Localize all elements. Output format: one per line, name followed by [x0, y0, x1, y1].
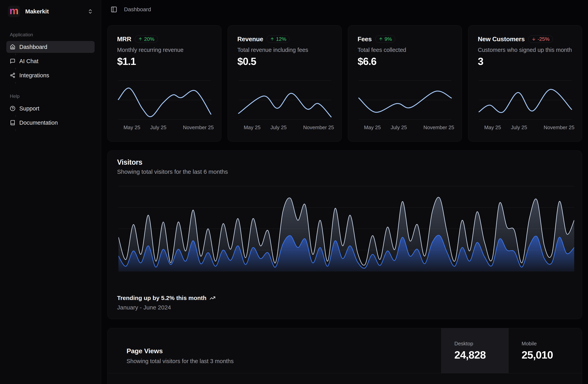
- house-icon: [10, 44, 15, 50]
- x-tick: July 25: [150, 124, 166, 131]
- x-tick: May 25: [484, 124, 501, 131]
- x-tick: July 25: [271, 124, 287, 131]
- visitors-subtitle: Showing total visitors for the last 6 mo…: [117, 168, 228, 175]
- chevrons-up-down-icon: [87, 9, 93, 14]
- sparkline-x-axis: May 25 July 25 November 25: [118, 124, 211, 131]
- sidebar-item-label: Dashboard: [19, 44, 47, 50]
- sidebar: m Makerkit Application Dashboard AI Chat…: [0, 0, 101, 384]
- share-icon: [10, 73, 15, 78]
- trend-badge-value: -25%: [538, 36, 549, 42]
- sidebar-item-ai-chat[interactable]: AI Chat: [6, 55, 95, 67]
- stat-cards-row: MRR 20% Monthly recurring revenue $1.1 M…: [107, 25, 582, 142]
- visitors-footer: Trending up by 5.2% this month: [117, 295, 215, 301]
- visitors-date-range: January - June 2024: [117, 304, 171, 311]
- stat-card-value: 3: [478, 55, 483, 67]
- chat-icon: [10, 58, 15, 64]
- stat-card-title: Revenue: [237, 36, 263, 43]
- mobile-stat-button[interactable]: Mobile 25,010: [508, 328, 582, 373]
- arrow-up-icon: [270, 37, 274, 41]
- sidebar-item-documentation[interactable]: Documentation: [6, 117, 95, 129]
- makerkit-logo-letter: m: [9, 5, 19, 16]
- stat-card-description: Total revenue including fees: [237, 47, 334, 53]
- sidebar-item-dashboard[interactable]: Dashboard: [6, 41, 95, 53]
- sparkline-chart: [238, 80, 331, 120]
- page-views-stat-toggles: Desktop 24,828 Mobile 25,010: [441, 328, 582, 373]
- stat-card-value: $1.1: [117, 55, 136, 67]
- stat-card-description: Monthly recurring revenue: [117, 47, 213, 53]
- breadcrumb: Dashboard: [124, 6, 151, 13]
- arrow-down-icon: [532, 37, 536, 41]
- stat-label: Mobile: [522, 341, 537, 347]
- makerkit-logo: m: [8, 6, 20, 17]
- stat-card-value: $0.5: [237, 55, 256, 67]
- workspace-name: Makerkit: [25, 8, 83, 15]
- sidebar-nav-help: Support Documentation: [0, 103, 101, 129]
- x-tick: May 25: [364, 124, 381, 131]
- visitors-card: Visitors Showing total visitors for the …: [107, 151, 582, 319]
- x-tick: November 25: [183, 124, 214, 131]
- stat-value: 24,828: [454, 349, 486, 361]
- sidebar-item-label: Integrations: [19, 72, 49, 79]
- stat-value: 25,010: [522, 349, 553, 361]
- sidebar-item-integrations[interactable]: Integrations: [6, 69, 95, 81]
- trending-up-icon: [210, 295, 215, 301]
- page-views-card: Page Views Showing total visitors for th…: [107, 328, 582, 384]
- sidebar-item-label: AI Chat: [19, 58, 39, 65]
- sidebar-item-label: Documentation: [19, 119, 58, 126]
- stat-card-fees: Fees 9% Total fees collected $6.6 May 25…: [348, 25, 462, 142]
- sidebar-item-label: Support: [19, 105, 40, 112]
- desktop-stat-button[interactable]: Desktop 24,828: [441, 328, 508, 373]
- sparkline-chart: [359, 80, 451, 120]
- x-tick: July 25: [391, 124, 407, 131]
- trend-badge-value: 20%: [144, 36, 154, 42]
- x-tick: November 25: [423, 124, 454, 131]
- page-views-title: Page Views: [126, 347, 233, 355]
- visitors-title: Visitors: [117, 158, 142, 166]
- trend-badge: 20%: [135, 35, 158, 43]
- stat-label: Desktop: [454, 341, 473, 347]
- visitors-trend-text: Trending up by 5.2% this month: [117, 295, 206, 301]
- trend-badge: 12%: [267, 35, 290, 43]
- trend-badge-value: 12%: [276, 36, 286, 42]
- stat-card-description: Total fees collected: [357, 47, 454, 53]
- arrow-up-icon: [138, 37, 143, 41]
- sidebar-section-help: Help: [10, 93, 101, 99]
- sidebar-section-application: Application: [10, 32, 101, 38]
- page-views-subtitle: Showing total visitors for the last 3 mo…: [126, 358, 233, 364]
- visitors-area-chart: [119, 174, 574, 271]
- stat-card-revenue: Revenue 12% Total revenue including fees…: [228, 25, 342, 142]
- arrow-up-icon: [379, 37, 383, 41]
- trend-badge: -25%: [528, 35, 553, 43]
- stat-card-description: Customers who signed up this month: [478, 47, 574, 53]
- x-tick: November 25: [303, 124, 334, 131]
- sparkline-chart: [118, 80, 211, 120]
- sidebar-toggle-button[interactable]: [111, 6, 117, 13]
- x-tick: May 25: [123, 124, 140, 131]
- x-tick: May 25: [244, 124, 260, 131]
- sparkline-x-axis: May 25 July 25 November 25: [238, 124, 331, 131]
- sparkline-x-axis: May 25 July 25 November 25: [479, 124, 572, 131]
- stat-card-title: MRR: [117, 36, 131, 43]
- stat-card-mrr: MRR 20% Monthly recurring revenue $1.1 M…: [107, 25, 221, 142]
- sidebar-item-support[interactable]: Support: [6, 103, 95, 114]
- help-circle-icon: [10, 106, 15, 111]
- topbar: Dashboard: [101, 0, 588, 19]
- trend-badge-value: 9%: [385, 36, 392, 42]
- main-content: Dashboard MRR 20% Monthly recurring reve…: [101, 0, 588, 384]
- sparkline-x-axis: May 25 July 25 November 25: [359, 124, 451, 131]
- trend-badge: 9%: [375, 35, 395, 43]
- book-icon: [10, 120, 15, 125]
- panel-left-icon: [111, 6, 117, 13]
- stat-card-title: New Customers: [478, 36, 525, 43]
- sidebar-nav-application: Dashboard AI Chat Integrations: [0, 41, 101, 81]
- workspace-selector[interactable]: m Makerkit: [8, 5, 93, 18]
- sparkline-chart: [479, 80, 572, 120]
- page-views-header: Page Views Showing total visitors for th…: [108, 328, 582, 373]
- x-tick: July 25: [511, 124, 527, 131]
- stat-card-value: $6.6: [357, 55, 376, 67]
- x-tick: November 25: [544, 124, 574, 131]
- stat-card-title: Fees: [357, 36, 372, 43]
- stat-card-new-customers: New Customers -25% Customers who signed …: [468, 25, 582, 142]
